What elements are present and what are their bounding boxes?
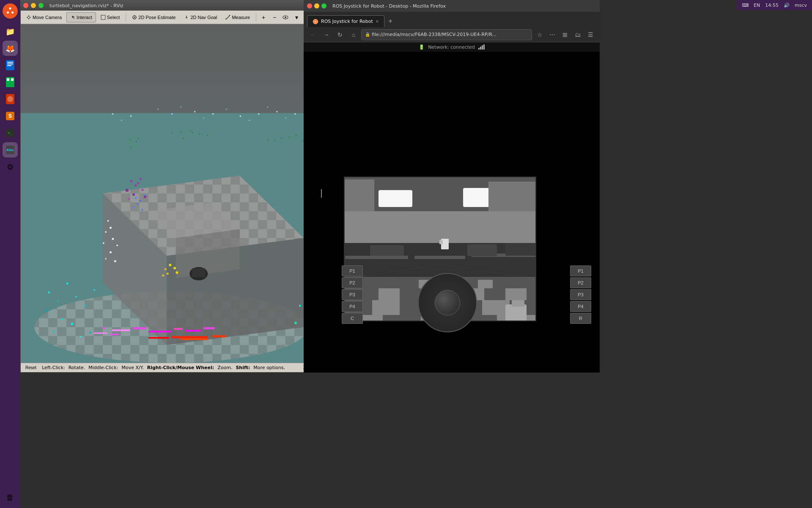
nav-2d-button[interactable]: 2D Nav Goal <box>180 12 221 22</box>
svg-rect-166 <box>379 190 412 207</box>
svg-rect-96 <box>142 209 143 210</box>
impress-icon-button[interactable] <box>3 91 18 107</box>
ff-container-button[interactable]: 🗂 <box>572 29 584 41</box>
ff-maximize-button[interactable] <box>321 3 326 8</box>
ff-tab-label: ROS Joystick for Robot <box>321 19 373 24</box>
svg-rect-142 <box>267 139 269 141</box>
left-c-button[interactable]: C <box>342 313 363 324</box>
firefox-content: P1 P2 P3 P4 C P1 P2 P3 P4 R <box>304 52 600 373</box>
ff-reload-button[interactable]: ↻ <box>334 29 346 41</box>
svg-point-21 <box>134 17 135 18</box>
svg-rect-51 <box>89 331 91 333</box>
rviz-minimize-button[interactable] <box>31 3 36 8</box>
pose-2d-button[interactable]: 2D Pose Estimate <box>128 12 179 22</box>
svg-rect-49 <box>53 331 55 332</box>
down-arrow-button[interactable]: ▾ <box>291 12 302 22</box>
svg-rect-123 <box>136 141 137 142</box>
svg-rect-120 <box>162 275 164 276</box>
select-button[interactable]: Select <box>97 12 124 22</box>
keyboard-icon[interactable]: ⌨ <box>742 3 749 8</box>
svg-rect-9 <box>7 78 9 81</box>
svg-rect-149 <box>292 139 293 140</box>
right-p3-button[interactable]: P3 <box>570 289 591 300</box>
rviz-maximize-button[interactable] <box>38 3 44 8</box>
rviz-titlebar: turtlebot_navigation.rviz* - RViz <box>21 0 322 11</box>
rviz-close-button[interactable] <box>23 3 28 8</box>
rviz-icon-button[interactable]: RViz <box>3 142 18 157</box>
svg-rect-145 <box>277 135 278 135</box>
interact-button[interactable]: Interact <box>66 12 96 22</box>
address-bar[interactable]: 🔒 file:///media/mscv/F6AB-2338/MSCV-2019… <box>361 29 532 40</box>
ff-bookmark-star[interactable]: ☆ <box>534 29 546 41</box>
ff-back-button[interactable]: ← <box>307 29 319 41</box>
svg-rect-99 <box>126 189 128 191</box>
left-p4-button[interactable]: P4 <box>342 301 363 312</box>
browser-icon-button[interactable]: 🦊 <box>3 41 18 56</box>
svg-rect-108 <box>105 231 107 232</box>
language-indicator[interactable]: EN <box>754 3 760 8</box>
svg-rect-82 <box>173 328 183 330</box>
svg-rect-143 <box>271 135 272 136</box>
svg-rect-169 <box>345 179 374 213</box>
ff-close-button[interactable] <box>307 3 312 8</box>
svg-rect-115 <box>169 264 171 266</box>
left-p2-button[interactable]: P2 <box>342 277 363 288</box>
collapse-panel-arrow[interactable]: › <box>321 189 322 198</box>
svg-rect-124 <box>134 144 136 146</box>
left-p3-button[interactable]: P3 <box>342 289 363 300</box>
joystick-knob[interactable] <box>435 290 460 315</box>
right-r-button[interactable]: R <box>570 313 591 324</box>
firefox-tabbar: ROS Joystick for Robot × + <box>304 12 600 27</box>
ff-sidebar-button[interactable]: ⊞ <box>559 29 571 41</box>
right-p4-button[interactable]: P4 <box>570 301 591 312</box>
svg-rect-207 <box>512 300 524 306</box>
writer-icon-button[interactable] <box>3 58 18 73</box>
ubuntu-logo-button[interactable] <box>3 3 18 19</box>
svg-rect-180 <box>439 240 443 244</box>
svg-rect-129 <box>175 135 176 135</box>
middle-click-action: Move X/Y. <box>121 365 143 370</box>
calc-icon-button[interactable] <box>3 75 18 90</box>
ff-menu-button[interactable]: ☰ <box>584 29 596 41</box>
right-click-label: Right-Click/Mouse Wheel: <box>147 365 214 370</box>
right-p1-button[interactable]: P1 <box>570 265 591 276</box>
svg-rect-19 <box>101 15 105 19</box>
ff-minimize-button[interactable] <box>314 3 319 8</box>
eye-button[interactable] <box>280 12 291 22</box>
ff-forward-button[interactable]: → <box>321 29 332 41</box>
svg-rect-40 <box>48 292 50 293</box>
nav-extras: ☆ ⋯ ⊞ 🗂 ☰ <box>534 29 596 41</box>
ff-new-tab-button[interactable]: + <box>384 15 396 27</box>
plus-button[interactable]: + <box>258 12 269 22</box>
svg-rect-130 <box>181 131 182 133</box>
svg-rect-112 <box>110 251 111 253</box>
left-p1-button[interactable]: P1 <box>342 265 363 276</box>
right-p2-button[interactable]: P2 <box>570 277 591 288</box>
volume-icon[interactable]: 🔊 <box>784 3 790 8</box>
svg-point-12 <box>7 96 13 102</box>
right-control-panel: P1 P2 P3 P4 R <box>570 265 591 324</box>
files-icon-button[interactable]: 📁 <box>3 24 18 39</box>
ff-tab-joystick[interactable]: ROS Joystick for Robot × <box>307 15 384 27</box>
svg-rect-80 <box>132 327 146 329</box>
move-camera-button[interactable]: Move Camera <box>22 12 66 22</box>
svg-rect-72 <box>276 111 277 112</box>
measure-button[interactable]: Measure <box>222 12 254 22</box>
mscv-label: mscv <box>795 3 807 8</box>
terminal-icon-button[interactable]: >_ <box>3 125 18 141</box>
ff-home-button[interactable]: ⌂ <box>348 29 359 41</box>
trash-icon-button[interactable]: 🗑 <box>3 489 18 505</box>
joystick-container[interactable] <box>418 273 477 332</box>
ff-more-button[interactable]: ⋯ <box>546 29 558 41</box>
svg-rect-86 <box>110 334 119 335</box>
text-editor-icon-button[interactable]: S <box>3 108 18 124</box>
ff-tab-close-button[interactable]: × <box>376 19 379 24</box>
rviz-viewport[interactable]: › › <box>21 24 322 363</box>
svg-point-2 <box>7 11 9 14</box>
minus-button[interactable]: − <box>269 12 280 22</box>
joystick-wheel[interactable] <box>418 273 477 332</box>
settings-icon-button[interactable]: ⚙ <box>3 159 18 174</box>
svg-rect-144 <box>274 140 276 141</box>
svg-rect-85 <box>94 332 107 334</box>
reset-button[interactable]: Reset <box>23 364 38 372</box>
